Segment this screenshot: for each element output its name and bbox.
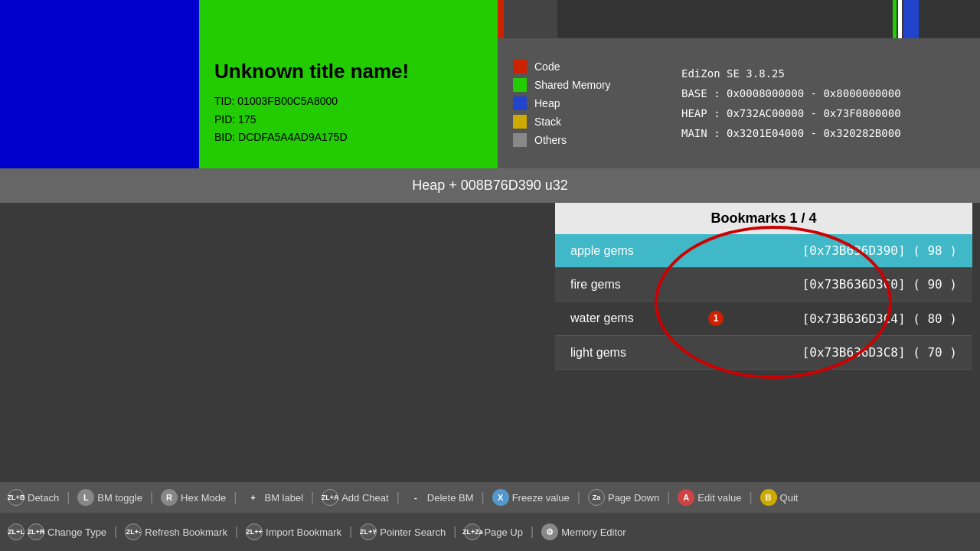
bookmark-row-light[interactable]: light gems [0x73B636D3C8] ( 70 )	[555, 336, 972, 370]
btn-label-add-cheat: Add Cheat	[341, 492, 388, 504]
bookmarks-panel: Bookmarks 1 / 4 apple gems [0x73B636D390…	[555, 203, 972, 370]
btn-edit-value[interactable]: A Edit value	[678, 489, 741, 506]
game-title: Unknown title name!	[214, 60, 482, 83]
btn-badge-zl-y: ZL+Y	[360, 523, 377, 540]
info-section: Unknown title name! TID: 01003FB00C5A800…	[0, 38, 980, 168]
legend-item-stack: Stack	[513, 115, 651, 129]
btn-badge-delete-bm: -	[407, 489, 424, 506]
btn-label-bm-label: BM label	[264, 492, 303, 504]
main-address: MAIN : 0x3201E04000 - 0x320282B000	[681, 127, 965, 139]
btn-refresh-bookmark[interactable]: ZL+- Refresh Bookmark	[125, 523, 227, 540]
memory-bar-red	[498, 0, 504, 38]
btn-page-up[interactable]: ZL+Za Page Up	[464, 523, 523, 540]
bookmarks-header: Bookmarks 1 / 4	[555, 203, 972, 234]
btn-pointer-search[interactable]: ZL+Y Pointer Search	[360, 523, 446, 540]
btn-badge-edit-value: A	[678, 489, 694, 506]
legend-color-shared	[513, 78, 527, 92]
addresses-box: EdiZon SE 3.8.25 BASE : 0x0008000000 - 0…	[666, 38, 980, 168]
bookmark-name-water: water gems	[570, 311, 708, 325]
blue-sidebar	[0, 38, 199, 168]
legend-color-code	[513, 60, 527, 73]
legend-color-heap	[513, 96, 527, 110]
legend-label-shared: Shared Memory	[534, 79, 611, 91]
bookmark-value-apple: [0x73B636D390] ( 98 )	[802, 243, 957, 258]
btn-delete-bm[interactable]: - Delete BM	[407, 489, 474, 506]
legend-color-stack	[513, 115, 527, 129]
btn-label-bm-toggle: BM toggle	[97, 492, 142, 504]
btn-badge-hex-mode: R	[161, 489, 178, 506]
btn-bm-toggle[interactable]: L BM toggle	[77, 489, 142, 506]
btn-label-memory-editor: Memory Editor	[561, 527, 626, 538]
app-name: EdiZon SE 3.8.25	[681, 67, 965, 80]
legend-label-others: Others	[534, 134, 567, 146]
btn-memory-editor[interactable]: ⚙ Memory Editor	[541, 523, 626, 540]
tid-label: TID: 01003FB00C5A8000	[214, 93, 482, 111]
btn-badge-zl-plus: ZL++	[246, 523, 263, 540]
pid-label: PID: 175	[214, 111, 482, 129]
btn-label-edit-value: Edit value	[697, 492, 741, 504]
btn-label-change-type: Change Type	[47, 527, 106, 538]
bid-label: BID: DCDFA5A4AD9A175D	[214, 129, 482, 147]
btn-badge-bm-toggle: L	[77, 489, 94, 506]
bookmark-value-fire: [0x73B636D3C0] ( 90 )	[802, 277, 957, 292]
btn-label-delete-bm: Delete BM	[427, 492, 474, 504]
legend-item-others: Others	[513, 133, 651, 147]
btn-import-bookmark[interactable]: ZL++ Import Bookmark	[246, 523, 341, 540]
memory-bar-mid	[504, 0, 557, 38]
btn-badge-page-down: Za	[588, 489, 605, 506]
btn-badge-quit: B	[760, 489, 777, 506]
btn-label-freeze-value: Freeze value	[512, 492, 570, 504]
memory-bar-blue	[0, 0, 199, 38]
bookmark-row-fire[interactable]: fire gems [0x73B636D3C0] ( 90 )	[555, 268, 972, 302]
bottom-bar-1: ZL+B Detach | L BM toggle | R Hex Mode |…	[0, 482, 980, 513]
bookmark-row-water[interactable]: water gems 1 [0x73B636D3C4] ( 80 )	[555, 302, 972, 336]
btn-page-down[interactable]: Za Page Down	[588, 489, 659, 506]
bookmark-name-fire: fire gems	[570, 278, 708, 292]
legend-item-heap: Heap	[513, 96, 651, 110]
memory-bar-dark	[557, 0, 980, 38]
bookmark-value-light: [0x73B636D3C8] ( 70 )	[802, 345, 957, 360]
btn-bm-label[interactable]: + BM label	[244, 489, 303, 506]
bookmark-badge-water: 1	[708, 311, 724, 326]
legend-color-others	[513, 133, 527, 147]
heap-bar-text: Heap + 008B76D390 u32	[412, 178, 568, 194]
heap-address: HEAP : 0x732AC00000 - 0x73F0800000	[681, 107, 965, 119]
bottom-bar-2: ZL+L ZL+R Change Type | ZL+- Refresh Boo…	[0, 513, 980, 551]
btn-add-cheat[interactable]: ZL+A Add Cheat	[322, 489, 388, 506]
legend-item-code: Code	[513, 60, 651, 73]
bookmark-value-water: [0x73B636D3C4] ( 80 )	[802, 311, 957, 326]
legend-item-shared: Shared Memory	[513, 78, 651, 92]
btn-freeze-value[interactable]: X Freeze value	[492, 489, 570, 506]
btn-badge-detach: ZL+B	[8, 489, 24, 506]
bookmark-row-apple[interactable]: apple gems [0x73B636D390] ( 98 )	[555, 234, 972, 268]
title-box: Unknown title name! TID: 01003FB00C5A800…	[199, 38, 498, 168]
btn-label-refresh-bookmark: Refresh Bookmark	[145, 527, 227, 538]
btn-change-type[interactable]: ZL+L ZL+R Change Type	[8, 523, 106, 540]
btn-detach[interactable]: ZL+B Detach	[8, 489, 59, 506]
btn-badge-zl-l: ZL+L	[8, 523, 24, 540]
base-address: BASE : 0x0008000000 - 0x8000000000	[681, 87, 965, 99]
btn-badge-zl-minus: ZL+-	[125, 523, 142, 540]
btn-label-hex-mode: Hex Mode	[181, 492, 226, 504]
btn-label-pointer-search: Pointer Search	[380, 527, 446, 538]
legend-label-stack: Stack	[534, 116, 561, 128]
btn-label-quit: Quit	[780, 492, 799, 504]
btn-badge-add-cheat: ZL+A	[322, 489, 338, 506]
btn-badge-memory-editor: ⚙	[541, 523, 558, 540]
indicator-blue	[903, 0, 919, 38]
memory-bar-green	[199, 0, 498, 38]
btn-badge-zl-r: ZL+R	[28, 523, 44, 540]
main-area: Bookmarks 1 / 4 apple gems [0x73B636D390…	[0, 203, 980, 482]
indicator-green	[893, 0, 897, 38]
btn-badge-bm-label: +	[244, 489, 261, 506]
btn-label-page-up: Page Up	[484, 527, 523, 538]
legend-label-heap: Heap	[534, 97, 560, 109]
memory-bar	[0, 0, 980, 38]
btn-hex-mode[interactable]: R Hex Mode	[161, 489, 226, 506]
btn-quit[interactable]: B Quit	[760, 489, 799, 506]
bookmark-name-light: light gems	[570, 346, 708, 360]
legend-box: Code Shared Memory Heap Stack Others	[498, 38, 666, 168]
heap-bar: Heap + 008B76D390 u32	[0, 168, 980, 203]
btn-label-import-bookmark: Import Bookmark	[266, 527, 341, 538]
indicator-white	[898, 0, 902, 38]
